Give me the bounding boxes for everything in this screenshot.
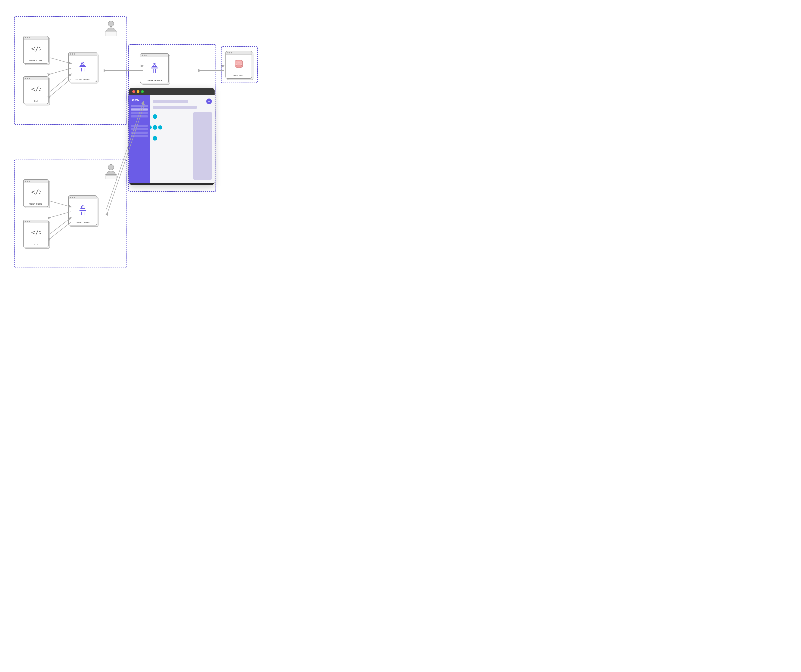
database-card: DATABASE (225, 51, 252, 79)
svg-point-25 (82, 63, 83, 64)
zenml-client-2-card: ZENML CLIENT (68, 195, 97, 225)
svg-text:</>: </> (31, 45, 41, 53)
svg-point-14 (108, 21, 114, 27)
svg-rect-44 (84, 212, 84, 215)
svg-rect-26 (153, 69, 154, 72)
user-icon-1 (102, 20, 120, 36)
cli-1-card: </> CLI (23, 76, 48, 104)
svg-point-31 (154, 64, 155, 65)
svg-rect-43 (81, 212, 82, 215)
zenml-client-1-card: ZENML CLIENT (68, 52, 97, 82)
svg-point-48 (82, 206, 83, 207)
svg-rect-45 (79, 210, 86, 211)
diagram-container: </> USER CODE </> CLI (0, 0, 400, 336)
user-code-1-card: </> USER CODE (23, 36, 48, 64)
svg-point-37 (108, 164, 114, 170)
user-icon-2 (102, 163, 120, 179)
svg-text:</>: </> (31, 188, 41, 196)
svg-rect-27 (155, 69, 156, 72)
svg-rect-21 (84, 68, 84, 71)
svg-rect-40 (106, 175, 116, 179)
svg-rect-17 (106, 32, 116, 36)
svg-text:</>: </> (31, 85, 41, 93)
svg-point-34 (235, 65, 243, 68)
svg-rect-20 (81, 68, 82, 71)
user-code-2-card: </> USER CODE (23, 179, 48, 207)
svg-rect-22 (79, 66, 86, 67)
zenml-dashboard-mockup: ZenML + (129, 88, 215, 185)
cli-2-card: </> CLI (23, 220, 48, 248)
svg-text:</>: </> (31, 229, 41, 236)
zenml-server-card: ZENML SERVER (140, 53, 169, 83)
svg-rect-28 (151, 68, 158, 68)
